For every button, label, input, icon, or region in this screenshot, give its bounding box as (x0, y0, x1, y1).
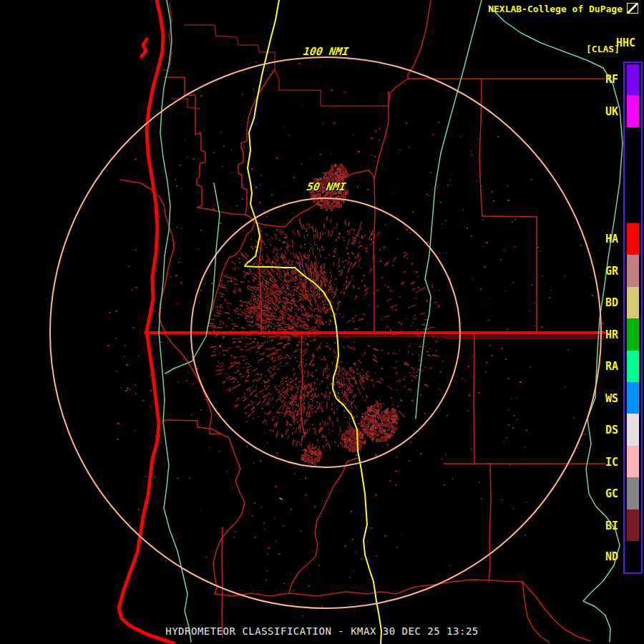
legend-swatch-ds (627, 414, 639, 446)
legend-swatch-ic (627, 446, 639, 477)
echo-radial-streaks (208, 220, 436, 450)
legend-swatch-ha (627, 223, 639, 255)
legend-swatch-rf (627, 64, 639, 95)
legend-swatch-gc (627, 477, 639, 509)
status-bar-text: HYDROMETEOR CLASSIFICATION - KMAX 30 DEC… (0, 625, 644, 637)
county-lines (205, 396, 245, 594)
legend-swatch-gr (627, 255, 639, 287)
legend-label-ws: WS (605, 392, 618, 405)
radar-viewer: 50 NMI 100 NMI NEXLAB-College of DuPage … (0, 0, 644, 644)
echo-radial-streaks (210, 217, 439, 444)
county-dark (172, 99, 200, 109)
legend-swatch-ws (627, 382, 639, 414)
legend-label-uk: UK (605, 105, 618, 118)
echo-speckles (117, 133, 593, 616)
rivers-green (489, 6, 603, 68)
county-lines (389, 0, 431, 106)
radar-echoes (107, 59, 604, 616)
legend-label-bi: BI (605, 519, 618, 532)
legend-label-gr: GR (605, 265, 618, 278)
county-lines (482, 216, 537, 217)
rivers-green (416, 0, 482, 419)
county-dark (185, 25, 389, 106)
county-lines (120, 180, 174, 331)
county-lines (165, 77, 205, 208)
county-lines (474, 334, 474, 464)
legend-swatch-uk (627, 95, 639, 127)
legend-label-gc: GC (605, 487, 618, 500)
legend-swatch-nd (627, 541, 639, 572)
county-lines (215, 580, 522, 596)
legend-label-bd: BD (605, 296, 618, 309)
coastline (119, 0, 174, 643)
echo-speckles (130, 67, 600, 538)
legend-color-bar (623, 62, 643, 574)
county-lines (289, 458, 358, 592)
rivers-green (159, 0, 191, 642)
rivers-green (280, 498, 282, 499)
county-lines (479, 79, 482, 216)
legend-label-rf: RF (605, 73, 618, 86)
product-mode-label: [CLAS] (586, 44, 620, 54)
legend-label-ic: IC (605, 456, 618, 469)
county-lines (222, 527, 223, 637)
county-lines (374, 92, 389, 331)
range-ring-label-100: 100 NMI (303, 45, 350, 58)
county-lines (165, 420, 220, 434)
header-title: NEXLAB-College of DuPage (488, 4, 623, 14)
radar-map (0, 0, 644, 644)
coastline (142, 39, 147, 57)
legend-swatch-bi (627, 509, 639, 541)
county-lines (489, 464, 491, 582)
legend-label-ds: DS (605, 424, 618, 436)
legend-label-ra: RA (605, 360, 618, 373)
map-lines (119, 0, 623, 644)
county-lines (165, 334, 205, 396)
county-lines (238, 69, 275, 215)
legend-swatch-ra (627, 351, 639, 382)
legend-swatch-bd (627, 287, 639, 318)
county-lines (197, 208, 245, 215)
legend-swatch-hr (627, 318, 639, 351)
legend-label-ha: HA (605, 233, 618, 245)
legend-label-hr: HR (605, 328, 618, 341)
legend-label-nd: ND (605, 550, 618, 563)
range-ring-label-50: 50 NMI (306, 180, 347, 193)
cod-logo-icon (627, 3, 638, 14)
